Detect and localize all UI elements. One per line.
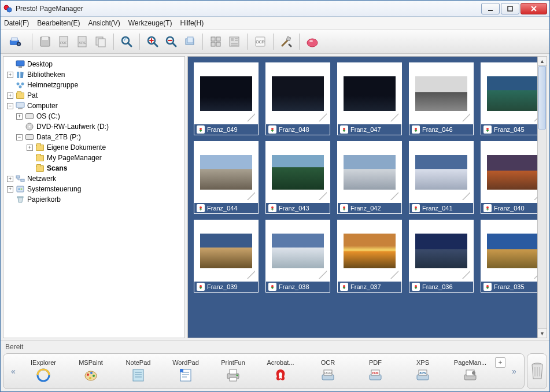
tree-data2tb[interactable]: −Data_2TB (P:) — [6, 132, 182, 142]
launcher-item[interactable]: NotePad — [117, 359, 160, 383]
delete-button[interactable] — [304, 34, 320, 50]
thumbnail-item[interactable]: Franz_035 — [481, 220, 537, 293]
svg-rect-20 — [187, 37, 193, 43]
thumbnail-label: Franz_040 — [494, 205, 525, 212]
scan-button[interactable] — [4, 32, 27, 51]
trash-target[interactable] — [527, 353, 547, 389]
dogear-icon — [462, 192, 470, 200]
maximize-button[interactable] — [501, 3, 519, 14]
thumbnail-item[interactable]: Franz_039 — [194, 220, 259, 293]
thumbnail-item[interactable]: Franz_043 — [265, 141, 330, 214]
copy-button[interactable] — [93, 34, 109, 50]
title-bar[interactable]: Presto! PageManager — [1, 1, 549, 17]
thumbnail-label: Franz_043 — [279, 205, 309, 212]
launcher-item[interactable]: PDFPDF — [354, 359, 397, 383]
launcher-item[interactable]: XPSXPS — [401, 359, 444, 383]
thumbnail-item[interactable]: Franz_045 — [481, 62, 537, 135]
launcher-item[interactable]: WordPad — [164, 359, 207, 383]
folder-tree[interactable]: Desktop +Bibliotheken Heimnetzgruppe +Pa… — [3, 56, 185, 338]
tree-dvd[interactable]: DVD-RW-Laufwerk (D:) — [6, 121, 182, 132]
launcher-item[interactable]: MSPaint — [69, 359, 112, 383]
tree-heimnetz[interactable]: Heimnetzgruppe — [6, 80, 182, 90]
tree-netzwerk[interactable]: +Netzwerk — [6, 173, 182, 184]
launcher-item-label: XPS — [416, 359, 429, 366]
close-button[interactable] — [521, 3, 547, 14]
zoom-in-button[interactable] — [145, 34, 161, 50]
search-button[interactable] — [119, 34, 135, 50]
tree-papierkorb[interactable]: Papierkorb — [6, 194, 182, 205]
rotate-button[interactable] — [182, 34, 198, 50]
menu-view[interactable]: Ansicht(V) — [88, 19, 120, 27]
thumbnail-item[interactable]: Franz_046 — [409, 62, 474, 135]
save-xps-button[interactable]: XPS — [74, 34, 90, 50]
svg-rect-2 — [488, 10, 493, 11]
tree-computer[interactable]: −Computer — [6, 101, 182, 111]
thumbnail-label: Franz_035 — [494, 283, 525, 290]
thumbnail-item[interactable]: Franz_041 — [409, 141, 474, 214]
svg-rect-24 — [216, 42, 220, 46]
thumbnail-footer: Franz_045 — [481, 124, 537, 135]
launcher-item[interactable]: IExplorer — [22, 359, 65, 383]
launcher-item[interactable]: PrintFun — [212, 359, 254, 383]
launcher-next[interactable]: » — [509, 367, 519, 376]
thumbnail-item[interactable]: Franz_036 — [409, 220, 474, 293]
file-type-icon — [483, 125, 492, 134]
launcher-item-icon — [178, 367, 194, 383]
thumbnail-item[interactable]: Franz_040 — [481, 141, 537, 214]
menu-tools[interactable]: Werkzeuge(T) — [128, 19, 172, 27]
tree-bibliotheken[interactable]: +Bibliotheken — [6, 69, 182, 80]
svg-point-43 — [29, 126, 31, 128]
thumbnail-item[interactable]: Franz_044 — [194, 141, 259, 214]
trash-icon — [529, 361, 545, 381]
svg-point-7 — [18, 43, 20, 45]
menu-help[interactable]: Hilfe(H) — [180, 19, 204, 27]
scroll-down-button[interactable]: ▼ — [538, 328, 547, 338]
thumbnail-image — [268, 223, 327, 279]
tree-scans[interactable]: Scans — [6, 163, 182, 173]
launcher-add-button[interactable]: + — [495, 357, 505, 368]
menu-file[interactable]: Datei(F) — [4, 19, 29, 27]
svg-rect-29 — [286, 36, 291, 41]
thumbnail-item[interactable]: Franz_047 — [337, 62, 402, 135]
scroll-track[interactable] — [538, 66, 547, 328]
svg-rect-34 — [17, 72, 19, 78]
dogear-icon — [462, 271, 470, 279]
minimize-button[interactable] — [481, 3, 500, 14]
settings-button[interactable] — [278, 34, 294, 50]
vertical-scrollbar[interactable]: ▲ ▼ — [537, 57, 547, 338]
save-button[interactable] — [37, 34, 53, 50]
tree-mypm[interactable]: My PageManager — [6, 153, 182, 163]
scroll-thumb[interactable] — [538, 66, 546, 130]
svg-point-70 — [89, 377, 91, 379]
thumbnail-item[interactable]: Franz_049 — [194, 62, 259, 135]
view-thumb-button[interactable] — [208, 34, 224, 50]
thumbnail-item[interactable]: Franz_048 — [265, 62, 330, 135]
thumbnail-label: Franz_038 — [279, 283, 309, 290]
thumbnail-label: Franz_045 — [494, 126, 525, 133]
svg-rect-9 — [42, 37, 48, 40]
tree-desktop[interactable]: Desktop — [6, 59, 182, 69]
menu-edit[interactable]: Bearbeiten(E) — [37, 19, 80, 27]
scroll-up-button[interactable]: ▲ — [538, 57, 547, 66]
save-pdf-button[interactable]: PDF — [56, 34, 72, 50]
file-type-icon — [483, 204, 492, 212]
launcher-item[interactable]: OCROCR — [307, 359, 349, 383]
tree-eigene[interactable]: +Eigene Dokumente — [6, 142, 182, 153]
launcher-prev[interactable]: « — [8, 367, 19, 376]
thumbnail-footer: Franz_037 — [338, 282, 401, 292]
thumbnail-item[interactable]: Franz_042 — [337, 141, 402, 214]
tree-os-c[interactable]: +OS (C:) — [6, 111, 182, 121]
svg-point-31 — [309, 40, 313, 42]
thumbnail-item[interactable]: Franz_038 — [265, 220, 330, 293]
launcher-item[interactable]: Acrobat... — [259, 359, 302, 383]
view-detail-button[interactable] — [226, 34, 242, 50]
ocr-button[interactable]: OCR — [252, 34, 268, 50]
launcher-item[interactable]: PageMan... — [449, 359, 492, 383]
status-bar: Bereit — [1, 341, 549, 352]
svg-rect-23 — [211, 42, 215, 46]
tree-system[interactable]: +Systemsteuerung — [6, 184, 182, 194]
thumbnail-item[interactable]: Franz_037 — [337, 220, 402, 293]
svg-rect-33 — [19, 66, 22, 68]
zoom-out-button[interactable] — [163, 34, 179, 50]
tree-pat[interactable]: +Pat — [6, 90, 182, 101]
